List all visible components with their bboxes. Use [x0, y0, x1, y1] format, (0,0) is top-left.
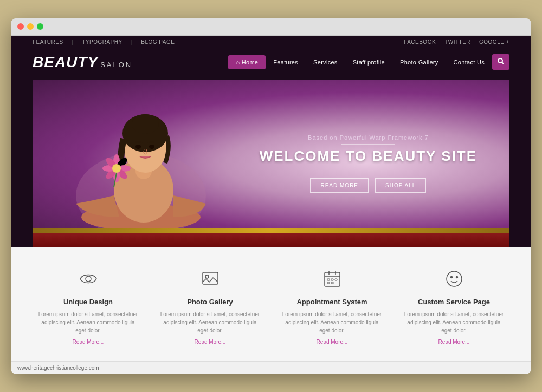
svg-rect-30 [335, 279, 337, 280]
browser-url: www.heritagechristiancollege.com [17, 365, 99, 371]
read-more-button[interactable]: READ MORE [310, 178, 369, 193]
browser-titlebar [11, 18, 531, 36]
svg-line-1 [502, 62, 504, 64]
nav-menu: ⌂ Home Features Services Staff profile P… [228, 54, 509, 70]
google-link[interactable]: GOOGLE + [479, 39, 509, 45]
feature-photo-gallery-desc: Lorem ipsum dolor sit amet, consectetuer… [160, 310, 260, 335]
feature-unique-design-link[interactable]: Read More... [38, 339, 138, 345]
window-controls [17, 23, 43, 30]
calendar-icon [282, 269, 382, 292]
facebook-link[interactable]: FACEBOOK [404, 39, 436, 45]
logo: BEAUTY SALON [33, 54, 132, 71]
browser-content: FEATURES | TYPOGRAPHY | BLOG PAGE FACEBO… [11, 36, 531, 361]
svg-point-9 [136, 145, 141, 149]
features-grid: Unique Design Lorem ipsum dolor sit amet… [33, 264, 509, 350]
close-button[interactable] [17, 23, 24, 30]
svg-point-34 [450, 276, 452, 278]
utility-blog-link[interactable]: BLOG PAGE [141, 39, 175, 45]
svg-point-21 [86, 276, 91, 282]
logo-salon-text: SALON [100, 61, 132, 69]
logo-beauty-text: BEAUTY [33, 54, 98, 71]
nav-item-services[interactable]: Services [306, 55, 345, 69]
feature-unique-design-desc: Lorem ipsum dolor sit amet, consectetuer… [38, 310, 138, 335]
svg-rect-29 [331, 279, 333, 280]
nav-item-staff-profile[interactable]: Staff profile [345, 55, 392, 69]
maximize-button[interactable] [37, 23, 43, 30]
feature-custom-service-desc: Lorem ipsum dolor sit amet, consectetuer… [404, 310, 504, 335]
svg-point-33 [447, 271, 462, 286]
hero-bottom-bar [33, 231, 509, 247]
hero-woman-image [65, 87, 217, 232]
svg-rect-24 [325, 272, 340, 286]
photo-icon [160, 269, 260, 292]
hero-divider-top [341, 144, 395, 145]
browser-window: FEATURES | TYPOGRAPHY | BLOG PAGE FACEBO… [11, 18, 531, 374]
feature-custom-service-title: Custom Service Page [404, 298, 504, 306]
nav-item-features[interactable]: Features [266, 55, 306, 69]
nav-item-photo-gallery[interactable]: Photo Gallery [392, 55, 446, 69]
svg-point-10 [149, 145, 154, 149]
feature-appointment-link[interactable]: Read More... [282, 339, 382, 345]
utility-typography-link[interactable]: TYPOGRAPHY [82, 39, 122, 45]
svg-rect-28 [327, 279, 330, 280]
nav-item-contact-us[interactable]: Contact Us [446, 55, 492, 69]
feature-unique-design: Unique Design Lorem ipsum dolor sit amet… [33, 264, 144, 350]
feature-photo-gallery-link[interactable]: Read More... [160, 339, 260, 345]
svg-point-35 [456, 276, 457, 278]
svg-point-23 [205, 275, 209, 278]
svg-rect-22 [203, 272, 218, 284]
feature-unique-design-title: Unique Design [38, 298, 138, 306]
hero-buttons: READ MORE SHOP ALL [260, 178, 477, 193]
feature-appointment: Appointment System Lorem ipsum dolor sit… [276, 264, 388, 350]
feature-appointment-desc: Lorem ipsum dolor sit amet, consectetuer… [282, 310, 382, 335]
eye-icon [38, 269, 138, 292]
svg-rect-32 [331, 282, 333, 284]
shop-all-button[interactable]: SHOP ALL [375, 178, 426, 193]
smiley-icon [404, 269, 504, 292]
minimize-button[interactable] [27, 23, 34, 30]
utility-bar-left: FEATURES | TYPOGRAPHY | BLOG PAGE [33, 39, 175, 45]
feature-custom-service-link[interactable]: Read More... [404, 339, 504, 345]
utility-bar: FEATURES | TYPOGRAPHY | BLOG PAGE FACEBO… [11, 36, 531, 48]
twitter-link[interactable]: TWITTER [444, 39, 470, 45]
hero-divider-bottom [341, 169, 395, 169]
hero-banner: Based on Powerful Warp Framework 7 WELCO… [33, 80, 509, 247]
hero-text-block: Based on Powerful Warp Framework 7 WELCO… [260, 134, 477, 193]
browser-footer: www.heritagechristiancollege.com [11, 361, 531, 374]
svg-point-19 [112, 164, 121, 173]
feature-photo-gallery-title: Photo Gallery [160, 298, 260, 306]
svg-point-0 [498, 58, 502, 63]
separator2: | [131, 39, 133, 45]
svg-rect-31 [327, 282, 330, 284]
feature-photo-gallery: Photo Gallery Lorem ipsum dolor sit amet… [154, 264, 266, 350]
utility-features-link[interactable]: FEATURES [33, 39, 63, 45]
svg-point-8 [132, 114, 159, 134]
utility-bar-right: FACEBOOK TWITTER GOOGLE + [404, 39, 509, 45]
hero-subtitle: Based on Powerful Warp Framework 7 [260, 134, 477, 141]
feature-custom-service: Custom Service Page Lorem ipsum dolor si… [398, 264, 509, 350]
separator1: | [72, 39, 74, 45]
nav-search-button[interactable] [492, 54, 509, 70]
nav-item-home[interactable]: ⌂ Home [228, 55, 266, 69]
main-navigation: BEAUTY SALON ⌂ Home Features Services St… [11, 48, 531, 80]
hero-title: WELCOME TO BEAUTY SITE [260, 148, 477, 165]
feature-appointment-title: Appointment System [282, 298, 382, 306]
features-section: Unique Design Lorem ipsum dolor sit amet… [11, 247, 531, 361]
